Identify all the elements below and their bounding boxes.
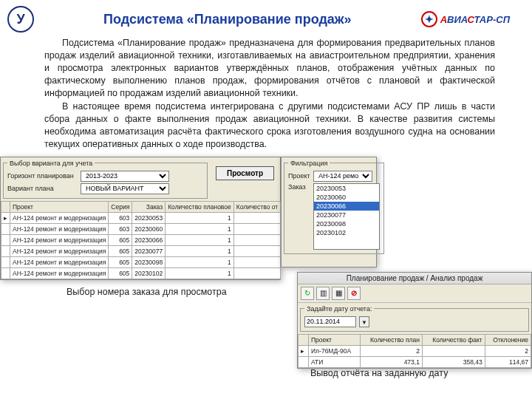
page-title: Подсистема «Планирование продаж» — [34, 12, 421, 27]
report-window: Планирование продаж / Анализ продаж ↻ ▥ … — [297, 272, 532, 369]
paragraph-2: В настоящее время подсистема интегрирова… — [44, 100, 495, 151]
list-item[interactable]: 20230053 — [314, 184, 379, 193]
table-row[interactable]: АН-124 ремонт и модернизация603202300601 — [1, 223, 281, 234]
date-fieldset: Задайте дату отчета: ▼ — [300, 305, 529, 332]
table-header-row: Проект Количество план Количество факт О… — [299, 334, 531, 345]
view-button[interactable]: Просмотр — [216, 166, 274, 180]
table-row[interactable]: ▸АН-124 ремонт и модернизация60320230053… — [1, 212, 281, 223]
brand-symbol-icon: ✦ — [421, 11, 437, 27]
filter-legend: Фильтрация — [288, 160, 330, 167]
description-text: Подсистема «Планирование продаж» предназ… — [0, 34, 532, 157]
col-project: Проект — [309, 334, 361, 345]
report-table: Проект Количество план Количество факт О… — [298, 334, 531, 368]
export-icon[interactable]: ▥ — [316, 287, 330, 300]
table-row[interactable]: АН-124 ремонт и модернизация605202301021 — [1, 267, 281, 279]
stop-icon[interactable]: ⊘ — [347, 287, 361, 300]
filter-order-label: Заказ — [288, 183, 310, 191]
col-dev: Отклонение — [485, 334, 531, 345]
paragraph-1: Подсистема «Планирование продаж» предназ… — [44, 37, 495, 99]
list-item[interactable]: 20230102 — [314, 228, 379, 237]
col-series: Серия — [109, 201, 132, 212]
slide-header: У Подсистема «Планирование продаж» ✦ АВИ… — [0, 0, 532, 34]
table-header-row: Проект Серия Заказ Количество плановое К… — [1, 201, 281, 212]
grid-icon[interactable]: ▦ — [332, 287, 345, 300]
order-listbox[interactable]: 20230053 20230060 20230066 20230077 2023… — [313, 183, 380, 250]
refresh-icon[interactable]: ↻ — [301, 287, 314, 300]
table-row[interactable]: АН-124 ремонт и модернизация605202300661 — [1, 234, 281, 245]
col-qty-from: Количество от — [233, 201, 280, 212]
table-row[interactable]: АТИ473,1358,43114,67 — [299, 356, 531, 367]
orders-table: Проект Серия Заказ Количество плановое К… — [1, 201, 281, 279]
dropdown-icon[interactable]: ▼ — [359, 316, 369, 327]
date-label: Задайте дату отчета: — [304, 305, 374, 313]
col-order: Заказ — [132, 201, 166, 212]
list-item[interactable]: 20230066 — [314, 202, 379, 211]
col-project: Проект — [10, 201, 109, 212]
caption-report-date: Вывод отчёта на заданную дату — [310, 368, 448, 378]
col-qty-plan: Количество плановое — [166, 201, 234, 212]
plan-selection-window: Выбор варианта для учета Горизонт планир… — [0, 157, 281, 280]
list-item[interactable]: 20230098 — [314, 219, 379, 228]
screenshots-area: Выбор варианта для учета Горизонт планир… — [0, 157, 532, 378]
col-plan: Количество план — [360, 334, 422, 345]
report-titlebar: Планирование продаж / Анализ продаж — [298, 273, 531, 284]
university-logo: У — [7, 6, 34, 33]
variant-label: Вариант плана — [7, 185, 78, 192]
col-fact: Количество факт — [422, 334, 485, 345]
table-row[interactable]: АН-124 ремонт и модернизация605202300981 — [1, 256, 281, 267]
report-date-input[interactable] — [304, 316, 356, 327]
list-item[interactable]: 20230060 — [314, 193, 379, 202]
list-item[interactable]: 20230077 — [314, 211, 379, 219]
table-row[interactable]: ▸Ил-76МД-90А22 — [299, 345, 531, 356]
table-row[interactable]: АН-124 ремонт и модернизация605202300771 — [1, 245, 281, 256]
caption-order-select: Выбор номера заказа для просмотра — [66, 287, 227, 297]
horizon-select[interactable]: 2013-2023 — [81, 171, 169, 182]
brand-logo: ✦ АВИАСТАР-СП — [421, 11, 510, 27]
filter-fieldset: Фильтрация Проект АН-124 ремонт и модерн… — [284, 160, 384, 254]
filter-project-select[interactable]: АН-124 ремонт и модерниза — [313, 171, 372, 182]
variant-legend: Выбор варианта для учета — [7, 160, 95, 167]
filter-project-label: Проект — [288, 172, 310, 180]
variant-select[interactable]: НОВЫЙ ВАРИАНТ — [81, 183, 169, 194]
filter-window: Фильтрация Проект АН-124 ремонт и модерн… — [281, 157, 377, 267]
horizon-label: Горизонт планирован — [7, 172, 78, 180]
variant-fieldset: Выбор варианта для учета Горизонт планир… — [3, 160, 208, 199]
report-toolbar: ↻ ▥ ▦ ⊘ — [298, 284, 531, 303]
